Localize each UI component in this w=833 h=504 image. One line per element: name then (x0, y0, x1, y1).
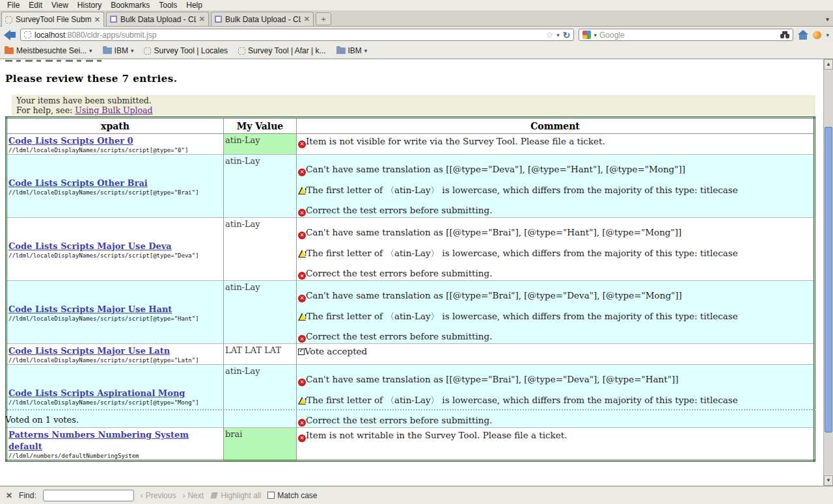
browser-tab[interactable]: Bulk Data Upload - CLDR - Un...✕ (106, 12, 209, 26)
next-chevron-icon: › (182, 491, 185, 500)
comment-cell: Item is not visible for write via the Su… (297, 134, 815, 155)
xpath-link[interactable]: Code Lists Scripts Aspirational Mong (8, 388, 185, 398)
comment-text: Can't have same translation as [[@type="… (306, 374, 678, 384)
match-case-toggle[interactable]: Match case (267, 491, 317, 500)
menu-tools[interactable]: Tools (154, 1, 182, 10)
find-next-label: Next (187, 491, 204, 500)
error-icon (298, 434, 306, 442)
comment-cell: Can't have same translation as [[@type="… (297, 365, 815, 428)
tab-list-chevron-icon[interactable]: ▾ (826, 16, 829, 23)
bookmark-item[interactable]: IBM▾ (336, 46, 368, 55)
comment-line: Correct the test errors before submittin… (298, 205, 812, 217)
bookmark-folder-icon (336, 47, 346, 54)
menu-bookmarks[interactable]: Bookmarks (106, 1, 154, 10)
table-row: Code Lists Scripts Aspirational Mong//ld… (7, 365, 815, 428)
home-icon[interactable] (798, 31, 808, 40)
tab-close-icon[interactable]: ✕ (304, 16, 310, 23)
comment-text: Correct the test errors before submittin… (306, 415, 492, 425)
xpath-link[interactable]: Code Lists Scripts Major Use Hant (8, 304, 172, 314)
bookmark-star-icon[interactable]: ☆ (546, 30, 554, 40)
bookmark-label: IBM (115, 46, 128, 55)
find-previous-label: Previous (146, 491, 176, 500)
xpath-link[interactable]: Code Lists Scripts Major Use Latn (8, 346, 170, 356)
firebug-icon[interactable] (812, 30, 823, 40)
warning-icon (298, 397, 307, 405)
error-icon (298, 419, 306, 427)
comment-line: Correct the test errors before submittin… (298, 415, 812, 427)
comment-line: Can't have same translation as [[@type="… (298, 374, 812, 386)
url-text: localhost:8080/cldr-apps/submit.jsp (34, 31, 543, 40)
find-input[interactable] (43, 490, 134, 501)
find-close-icon[interactable]: ✕ (6, 491, 12, 500)
error-icon (298, 209, 306, 217)
highlighter-icon (210, 492, 218, 499)
comment-text: Can't have same translation as [[@type="… (306, 164, 685, 174)
xpath-link[interactable]: Patterns Numbers Numbering System defaul… (8, 430, 189, 451)
table-row: Code Lists Scripts Major Use Deva//ldml/… (7, 218, 815, 281)
comment-line: Correct the test errors before submittin… (298, 331, 812, 343)
error-icon (298, 140, 306, 148)
comment-text: Item is not visible for write via the Su… (306, 136, 605, 146)
navigation-toolbar: localhost:8080/cldr-apps/submit.jsp ☆ ▾ … (0, 27, 833, 43)
menu-help[interactable]: Help (182, 1, 207, 10)
search-input[interactable] (599, 31, 778, 40)
bookmark-page-icon (144, 47, 151, 55)
comment-text: The first letter of 〈atin-Lay〉 is lowerc… (307, 185, 738, 195)
tab-title: SurveyTool File Submission | ... (16, 15, 91, 24)
menu-file[interactable]: File (3, 1, 24, 10)
warning-triangle-fill (299, 188, 306, 194)
tab-close-icon[interactable]: ✕ (199, 16, 205, 23)
search-bar[interactable]: ▾ (579, 29, 793, 41)
url-bar[interactable]: localhost:8080/cldr-apps/submit.jsp ☆ ▾ … (20, 29, 574, 41)
search-engine-chevron-icon[interactable]: ▾ (594, 32, 597, 38)
reload-icon[interactable]: ↻ (563, 30, 571, 40)
browser-tab[interactable]: SurveyTool File Submission | ...✕ (1, 12, 104, 27)
find-next-button[interactable]: › Next (182, 491, 204, 500)
search-engine-icon[interactable] (582, 31, 591, 39)
comment-text: The first letter of 〈atin-Lay〉 is lowerc… (307, 248, 738, 258)
find-previous-button[interactable]: ‹ Previous (141, 491, 176, 500)
bookmark-item[interactable]: Meistbesuchte Sei...▾ (5, 46, 92, 55)
back-button[interactable] (4, 30, 16, 40)
bookmark-item[interactable]: Survey Tool | Locales (144, 46, 228, 55)
xpath-cell: Code Lists Scripts Major Use Hant//ldml/… (7, 281, 224, 344)
xpath-cell: Code Lists Scripts Major Use Latn//ldml/… (7, 344, 224, 365)
back-arrow-icon (4, 30, 10, 40)
menu-view[interactable]: View (47, 1, 73, 10)
xpath-string: //ldml/localeDisplayNames/scripts/script… (8, 189, 222, 196)
menu-edit[interactable]: Edit (24, 1, 47, 10)
scroll-up-icon[interactable]: ▲ (824, 59, 833, 70)
vertical-scrollbar[interactable]: ▲ ▼ (823, 59, 833, 486)
xpath-link[interactable]: Code Lists Scripts Other 0 (8, 136, 133, 146)
xpath-string: //ldml/localeDisplayNames/scripts/script… (8, 399, 222, 406)
table-row: Code Lists Scripts Major Use Hant//ldml/… (7, 281, 815, 344)
bookmark-folder-icon (103, 47, 112, 54)
xpath-string: //ldml/localeDisplayNames/scripts/script… (8, 357, 222, 364)
using-bulk-upload-link[interactable]: Using Bulk Upload (75, 105, 152, 115)
browser-tab[interactable]: Bulk Data Upload - CLDR - Un...✕ (211, 12, 314, 26)
tab-close-icon[interactable]: ✕ (94, 16, 100, 23)
url-dropdown-chevron-icon[interactable]: ▾ (556, 32, 560, 38)
my-value: atin-Lay (225, 282, 260, 292)
notice-line1: Your items have been submitted. (16, 96, 811, 105)
my-value: atin-Lay (225, 135, 260, 145)
xpath-link[interactable]: Code Lists Scripts Major Use Deva (8, 241, 172, 251)
tab-bar: SurveyTool File Submission | ...✕Bulk Da… (0, 10, 833, 27)
bookmark-item[interactable]: IBM▾ (103, 46, 134, 55)
error-icon (298, 272, 306, 280)
scroll-down-icon[interactable]: ▼ (824, 475, 833, 486)
scrollbar-thumb[interactable] (825, 127, 832, 432)
search-go-binoculars-icon[interactable] (780, 31, 789, 38)
new-tab-button[interactable]: + (316, 12, 331, 25)
xpath-link[interactable]: Code Lists Scripts Other Brai (8, 178, 148, 188)
match-case-checkbox[interactable] (267, 492, 275, 499)
menu-history[interactable]: History (73, 1, 106, 10)
toolbar-overflow-chevron-icon[interactable]: ▾ (826, 32, 829, 38)
bookmark-item[interactable]: Survey Tool | Afar | k... (238, 46, 325, 55)
highlight-all-button[interactable]: Highlight all (210, 491, 261, 500)
tab-strip: SurveyTool File Submission | ...✕Bulk Da… (1, 12, 316, 26)
comment-line: Can't have same translation as [[@type="… (298, 290, 812, 302)
comment-text: Item is not writable in the Survey Tool.… (306, 430, 567, 440)
comment-line: Item is not writable in the Survey Tool.… (298, 430, 812, 442)
my-value: brai (225, 429, 242, 439)
